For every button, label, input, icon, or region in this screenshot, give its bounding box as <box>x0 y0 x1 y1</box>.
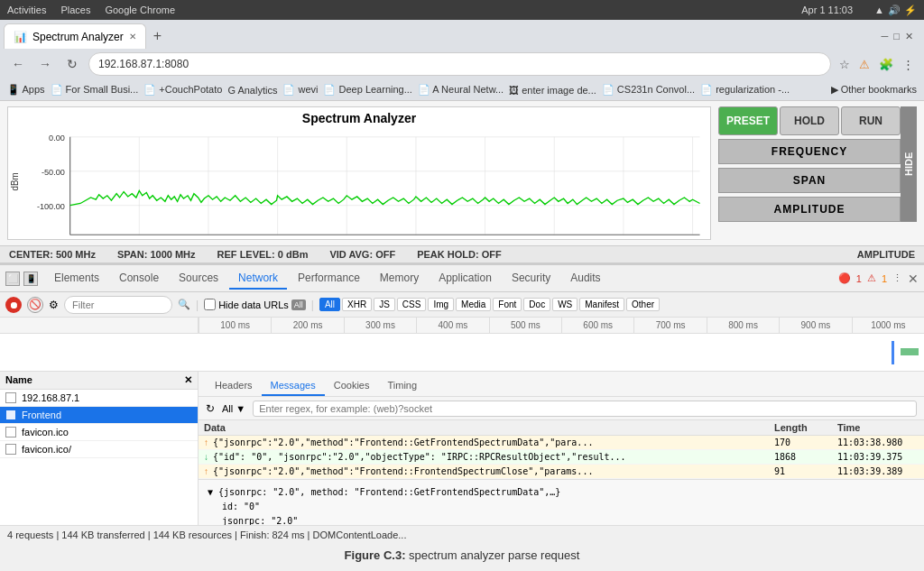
msg-row-3[interactable]: ↑ {"jsonrpc":"2.0","method":"Frontend::F… <box>199 465 924 479</box>
alert-icon[interactable]: ⚠ <box>856 56 873 73</box>
filter-img[interactable]: Img <box>428 298 454 311</box>
msg-search-input[interactable] <box>253 401 917 417</box>
new-tab-button[interactable]: + <box>148 28 167 44</box>
filter-js[interactable]: JS <box>374 298 395 311</box>
filter-doc[interactable]: Doc <box>523 298 550 311</box>
filter-input[interactable] <box>64 296 172 314</box>
bm-enter-image[interactable]: 🖼 enter image de... <box>509 85 596 96</box>
devtools-close-button[interactable]: ✕ <box>908 272 919 286</box>
detail-tab-messages[interactable]: Messages <box>262 376 325 396</box>
chart-area: 0.00 -50.00 -100.00 dBm 0.00 100.00 200.… <box>8 127 710 240</box>
messages-table: Data Length Time ↑ {"jsonrpc":"2.0","met… <box>199 420 924 525</box>
extension-icon[interactable]: 🧩 <box>876 56 896 73</box>
detail-tab-headers[interactable]: Headers <box>206 376 262 396</box>
svg-text:400.00: 400.00 <box>334 237 359 240</box>
tab-application[interactable]: Application <box>430 268 501 290</box>
filter-other[interactable]: Other <box>626 298 660 311</box>
req-item-favicon[interactable]: favicon.ico <box>0 424 198 441</box>
devtools-errors: 🔴 1 ⚠ 1 ⋮ ✕ <box>838 272 919 286</box>
detail-tab-timing[interactable]: Timing <box>378 376 426 396</box>
close-button[interactable]: ✕ <box>905 31 913 42</box>
tab-sources[interactable]: Sources <box>170 268 227 290</box>
span-button[interactable]: SPAN <box>718 168 901 193</box>
req-icon-favicon <box>5 427 16 437</box>
device-icon[interactable]: 📱 <box>23 272 38 286</box>
preset-hold-run-group: PRESET HOLD RUN <box>718 106 901 135</box>
bm-deep-learning[interactable]: 📄 Deep Learning... <box>323 84 411 96</box>
address-bar[interactable] <box>88 52 831 76</box>
inspect-icon[interactable]: ⬜ <box>5 272 20 286</box>
bm-regularization[interactable]: 📄 regularization -... <box>700 84 790 96</box>
os-bar: Activities Places Google Chrome Apr 1 11… <box>0 0 924 20</box>
clear-button[interactable]: 🚫 <box>27 297 43 313</box>
tab-network[interactable]: Network <box>229 268 287 290</box>
bm-apps[interactable]: 📱 Apps <box>7 84 45 96</box>
bm-analytics[interactable]: G Analytics <box>227 85 277 96</box>
filter-media[interactable]: Media <box>456 298 491 311</box>
maximize-button[interactable]: □ <box>893 31 900 41</box>
filter-tabs: All XHR JS CSS Img Media Font Doc WS Man… <box>319 298 660 311</box>
bm-neural-netw[interactable]: 📄 A Neural Netw... <box>418 84 504 96</box>
amplitude-button[interactable]: AMPLITUDE <box>718 197 901 222</box>
filter-manifest[interactable]: Manifest <box>579 298 624 311</box>
minimize-button[interactable]: ─ <box>882 31 889 41</box>
bm-couchpotato[interactable]: 📄 +CouchPotato <box>143 84 222 96</box>
hide-data-urls-checkbox[interactable]: Hide data URLs All <box>204 299 306 310</box>
svg-text:900.00: 900.00 <box>680 237 706 240</box>
req-item-ip[interactable]: 192.168.87.1 <box>0 390 198 407</box>
req-item-favicon2[interactable]: favicon.ico/ <box>0 441 198 458</box>
bm-small-busi[interactable]: 📄 For Small Busi... <box>51 84 139 96</box>
filter-ws[interactable]: WS <box>552 298 578 311</box>
os-places[interactable]: Places <box>60 5 90 15</box>
bm-other[interactable]: ▶ Other bookmarks <box>831 84 917 96</box>
frequency-button[interactable]: FREQUENCY <box>718 139 901 164</box>
detail-toolbar: ↻ All ▼ <box>199 397 924 420</box>
os-app[interactable]: Google Chrome <box>105 5 175 15</box>
browser-controls: ← → ↻ ☆ ⚠ 🧩 ⋮ <box>0 49 924 79</box>
filter-all[interactable]: All <box>319 298 340 311</box>
star-icon[interactable]: ☆ <box>836 56 853 73</box>
close-col[interactable]: ✕ <box>184 374 192 386</box>
devtools-menu-icon[interactable]: ⋮ <box>892 272 902 284</box>
msg-row-1[interactable]: ↑ {"jsonrpc":"2.0","method":"Frontend::G… <box>199 436 924 450</box>
tab-security[interactable]: Security <box>503 268 559 290</box>
msg-filter-dropdown[interactable]: All ▼ <box>222 403 245 414</box>
tab-title: Spectrum Analyzer <box>32 31 124 43</box>
tab-memory[interactable]: Memory <box>371 268 428 290</box>
record-button[interactable]: ⏺ <box>5 297 22 313</box>
back-button[interactable]: ← <box>7 53 29 75</box>
length-col-header: Length <box>774 422 837 433</box>
figure-label: Figure C.3: <box>345 548 406 562</box>
tab-elements[interactable]: Elements <box>45 268 108 290</box>
tab-console[interactable]: Console <box>110 268 168 290</box>
menu-icon[interactable]: ⋮ <box>900 56 917 73</box>
devtools-tab-bar: ⬜ 📱 Elements Console Sources Network Per… <box>0 265 924 292</box>
run-button[interactable]: RUN <box>841 106 901 135</box>
bm-wevi[interactable]: 📄 wevi <box>282 84 318 96</box>
filter-xhr[interactable]: XHR <box>342 298 372 311</box>
hold-button[interactable]: HOLD <box>780 106 839 135</box>
network-panel: Name ✕ 192.168.87.1 Frontend favicon.ico… <box>0 372 924 525</box>
preset-button[interactable]: PRESET <box>718 106 778 135</box>
tab-audits[interactable]: Audits <box>561 268 609 290</box>
tab-performance[interactable]: Performance <box>289 268 369 290</box>
os-activities[interactable]: Activities <box>7 5 46 15</box>
figure-caption: Figure C.3: spectrum analyzer parse requ… <box>0 543 924 567</box>
bm-cs231n[interactable]: 📄 CS231n Convol... <box>602 84 695 96</box>
filter-css[interactable]: CSS <box>397 298 427 311</box>
filter-icon: ⚙ <box>49 299 59 311</box>
mark-900ms: 900 ms <box>779 318 851 333</box>
refresh-button[interactable]: ↻ <box>61 53 83 75</box>
tab-favicon: 📊 <box>14 31 27 43</box>
hide-label[interactable]: HIDE <box>901 106 917 222</box>
arrow-up-icon: ↑ <box>204 437 213 447</box>
filter-font[interactable]: Font <box>493 298 522 311</box>
forward-button[interactable]: → <box>34 53 56 75</box>
detail-panel: Headers Messages Cookies Timing ↻ All ▼ … <box>199 372 924 525</box>
req-item-frontend[interactable]: Frontend <box>0 407 198 424</box>
browser-tab[interactable]: 📊 Spectrum Analyzer ✕ <box>4 23 146 49</box>
tab-close-button[interactable]: ✕ <box>129 32 136 41</box>
msg-row-2[interactable]: ↓ {"id": "0", "jsonrpc":"2.0","objectTyp… <box>199 450 924 465</box>
detail-tab-cookies[interactable]: Cookies <box>325 376 379 396</box>
timeline: 100 ms 200 ms 300 ms 400 ms 500 ms 600 m… <box>0 318 924 372</box>
